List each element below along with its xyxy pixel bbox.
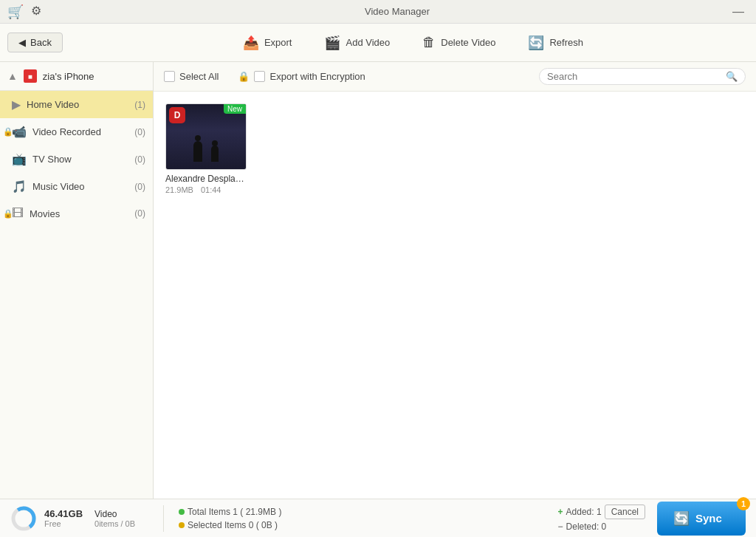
video-thumbnail[interactable]: D New xyxy=(165,103,247,170)
selected-items-text: Selected Items 0 ( 0B ) xyxy=(188,520,278,530)
cancel-button[interactable]: Cancel xyxy=(605,504,645,519)
back-label: Back xyxy=(30,37,52,48)
sync-icon: 🔄 xyxy=(673,510,690,527)
video-recorded-count: (0) xyxy=(134,127,145,137)
tv-show-count: (0) xyxy=(134,154,145,165)
delete-video-button[interactable]: 🗑 Delete Video xyxy=(406,30,512,55)
sync-label: Sync xyxy=(695,512,722,524)
video-title: Alexandre Desplat. -... xyxy=(165,174,247,184)
search-input[interactable] xyxy=(547,71,726,82)
video-app-icon: D xyxy=(169,107,185,123)
tv-show-label: TV Show xyxy=(32,154,128,165)
back-arrow-icon: ◀ xyxy=(18,37,26,48)
device-color-icon: ■ xyxy=(24,69,37,83)
gear-icon[interactable]: ⚙ xyxy=(31,4,41,20)
movies-icon: 🎞 xyxy=(12,207,24,220)
video-meta: 21.9MB 01:44 xyxy=(165,185,247,194)
delete-video-icon: 🗑 xyxy=(422,35,436,50)
selected-items-line: Selected Items 0 ( 0B ) xyxy=(179,520,278,530)
add-video-button[interactable]: 🎬 Add Video xyxy=(308,30,406,55)
video-size: 21.9MB xyxy=(165,185,193,194)
delete-video-label: Delete Video xyxy=(441,37,495,48)
video-recorded-label: Video Recorded xyxy=(32,126,128,137)
sidebar-item-home-video[interactable]: ▶ Home Video (1) xyxy=(0,91,153,118)
window-title: Video Manager xyxy=(66,6,728,17)
video-recorded-icon: 📹 xyxy=(12,125,27,139)
total-items-line: Total Items 1 ( 21.9MB ) xyxy=(179,507,281,517)
sync-area: + Added: 1 Cancel − Deleted: 0 🔄 Sync 1 xyxy=(558,502,746,536)
plus-icon: + xyxy=(558,507,563,517)
content-area: ▲ ■ zia's iPhone ▶ Home Video (1) 🔒 📹 Vi… xyxy=(0,62,756,499)
sync-badge: 1 xyxy=(737,497,750,510)
storage-info: 46.41GB Free Video 0items / 0B xyxy=(10,505,164,532)
dot-yellow-icon xyxy=(179,522,185,528)
sidebar-item-movies[interactable]: 🔒 🎞 Movies (0) xyxy=(0,200,153,227)
video-duration: 01:44 xyxy=(201,185,221,194)
added-text: Added: 1 xyxy=(566,507,602,517)
add-video-icon: 🎬 xyxy=(324,35,340,51)
storage-free: Free xyxy=(44,519,83,528)
encryption-label: Export with Encryption xyxy=(269,71,365,82)
stats-area: Total Items 1 ( 21.9MB ) Selected Items … xyxy=(164,507,558,530)
device-name: zia's iPhone xyxy=(43,71,94,82)
minus-icon: − xyxy=(558,521,563,532)
sidebar-item-tv-show[interactable]: 📺 TV Show (0) xyxy=(0,146,153,173)
main-toolbar: ◀ Back 📤 Export 🎬 Add Video 🗑 Delete Vid… xyxy=(0,24,756,62)
select-all-area: Select All xyxy=(164,71,219,82)
refresh-label: Refresh xyxy=(549,37,583,48)
refresh-button[interactable]: 🔄 Refresh xyxy=(512,30,599,55)
main-panel: Select All 🔒 Export with Encryption 🔍 D … xyxy=(154,62,756,499)
music-video-icon: 🎵 xyxy=(12,179,27,194)
select-all-checkbox[interactable] xyxy=(164,71,175,82)
total-items-text: Total Items 1 ( 21.9MB ) xyxy=(188,507,281,517)
added-info: + Added: 1 Cancel − Deleted: 0 xyxy=(558,504,645,532)
sync-button[interactable]: 🔄 Sync 1 xyxy=(657,502,746,536)
video-toolbar: Select All 🔒 Export with Encryption 🔍 xyxy=(154,62,756,92)
silhouette-person-1 xyxy=(193,141,202,162)
storage-text: 46.41GB Free xyxy=(44,508,83,528)
video-grid: D New Alexandre Desplat. -... 21.9MB 01:… xyxy=(154,92,756,499)
search-icon[interactable]: 🔍 xyxy=(726,71,738,82)
home-video-label: Home Video xyxy=(27,99,128,110)
storage-donut-chart xyxy=(10,505,37,532)
back-button[interactable]: ◀ Back xyxy=(7,33,63,52)
movies-label: Movies xyxy=(30,208,128,219)
storage-category: Video xyxy=(94,509,135,519)
sidebar-item-video-recorded[interactable]: 🔒 📹 Video Recorded (0) xyxy=(0,118,153,146)
title-bar: 🛒 ⚙ Video Manager — xyxy=(0,0,756,24)
lock-icon-movies: 🔒 xyxy=(3,209,13,219)
search-box: 🔍 xyxy=(539,68,746,85)
eject-icon: ▲ xyxy=(7,70,18,82)
music-video-label: Music Video xyxy=(32,181,128,192)
refresh-icon: 🔄 xyxy=(528,35,544,51)
silhouette-person-2 xyxy=(211,146,219,162)
cart-icon[interactable]: 🛒 xyxy=(7,4,24,20)
device-header[interactable]: ▲ ■ zia's iPhone xyxy=(0,62,153,91)
lock-encryption-icon: 🔒 xyxy=(238,71,250,82)
home-video-icon: ▶ xyxy=(12,98,21,112)
home-video-count: (1) xyxy=(134,100,145,110)
select-all-label: Select All xyxy=(179,71,219,82)
storage-category-text: Video 0items / 0B xyxy=(94,509,135,528)
music-video-count: (0) xyxy=(134,182,145,192)
export-icon: 📤 xyxy=(243,35,259,51)
video-item[interactable]: D New Alexandre Desplat. -... 21.9MB 01:… xyxy=(165,103,247,194)
export-button[interactable]: 📤 Export xyxy=(227,30,309,55)
movies-count: (0) xyxy=(134,208,145,219)
sidebar: ▲ ■ zia's iPhone ▶ Home Video (1) 🔒 📹 Vi… xyxy=(0,62,154,499)
storage-gb: 46.41GB xyxy=(44,508,83,519)
new-badge: New xyxy=(224,104,246,114)
export-label: Export xyxy=(264,37,292,48)
deleted-line: − Deleted: 0 xyxy=(558,521,645,532)
deleted-text: Deleted: 0 xyxy=(566,521,607,532)
encryption-checkbox[interactable] xyxy=(254,71,265,82)
tv-show-icon: 📺 xyxy=(12,152,27,166)
added-line: + Added: 1 Cancel xyxy=(558,504,645,519)
toolbar-actions: 📤 Export 🎬 Add Video 🗑 Delete Video 🔄 Re… xyxy=(78,30,749,55)
storage-items: 0items / 0B xyxy=(94,519,135,528)
sidebar-item-music-video[interactable]: 🎵 Music Video (0) xyxy=(0,173,153,200)
status-bar: 46.41GB Free Video 0items / 0B Total Ite… xyxy=(0,499,756,537)
video-silhouette xyxy=(193,141,219,162)
minimize-button[interactable]: — xyxy=(728,4,749,20)
lock-icon-recorded: 🔒 xyxy=(3,127,13,137)
